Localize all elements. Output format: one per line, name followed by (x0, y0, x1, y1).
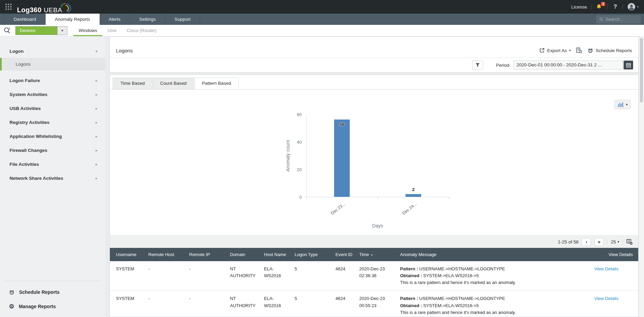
x-axis-tick (378, 197, 378, 199)
logo-arc-icon (60, 2, 71, 14)
cell-username: SYSTEM (116, 296, 134, 301)
column-header-username: Username (110, 248, 146, 261)
tab-count-based[interactable]: Count Based (152, 78, 195, 89)
device-tab-unix[interactable]: Unix (102, 25, 122, 36)
chart-type-selector[interactable]: ▾ (614, 100, 631, 109)
table-row: SYSTEM - - NT AUTHORITY ELA-WS2016 5 462… (110, 291, 639, 317)
report-main-panel: Time BasedCount BasedPattern Based ▾ Ano… (110, 75, 639, 317)
nav-tab-alerts[interactable]: Alerts (100, 14, 130, 25)
gear-icon: ⚙ (9, 303, 14, 310)
bar-plot: Anomaly count Days 020406056Dec 23...2De… (306, 114, 449, 197)
divider (607, 4, 608, 10)
sidebar-item-system-activities[interactable]: System Activities▸ (0, 88, 105, 101)
cell-host-name: ELA-WS2016 (264, 296, 281, 308)
filter-funnel-icon (475, 63, 480, 67)
calendar-button[interactable] (624, 61, 633, 69)
sidebar-item-label: Logon (10, 49, 23, 54)
divider (623, 4, 623, 10)
y-axis-tick-label: 20 (288, 167, 302, 172)
view-details-link[interactable]: View Details (594, 266, 618, 271)
add-column-icon[interactable] (626, 239, 633, 245)
bar-dec-24[interactable] (406, 194, 421, 197)
report-header-panel: Logons Export As ▾ (110, 36, 639, 73)
tab-time-based[interactable]: Time Based (113, 78, 153, 89)
last-page-button[interactable]: » (594, 238, 604, 246)
notifications-button[interactable]: 3 (596, 4, 603, 10)
cell-domain: NT AUTHORITY (230, 296, 255, 308)
cell-remote-ip: - (189, 296, 191, 301)
sidebar-item-logon[interactable]: Logon▾ (0, 44, 105, 58)
y-axis-tick-label: 60 (288, 112, 302, 117)
filter-button[interactable] (472, 61, 483, 69)
column-header-time[interactable]: Time▾ (357, 248, 397, 261)
nav-tab-anomaly-reports[interactable]: Anomaly Reports (46, 14, 100, 25)
global-search[interactable] (596, 15, 641, 23)
notification-count-badge: 3 (601, 2, 606, 6)
export-as-button[interactable]: Export As ▾ (539, 48, 571, 53)
cell-remote-host: - (148, 296, 150, 301)
schedule-reports-button[interactable]: Schedule Reports (588, 48, 632, 53)
app-grid-icon[interactable] (5, 4, 12, 10)
view-details-link[interactable]: View Details (594, 296, 618, 301)
sidebar-item-label: Application Whitelisting (10, 134, 62, 139)
sidebar-subitem-logons[interactable]: Logons (0, 58, 105, 70)
x-axis-tick (449, 197, 449, 199)
bar-chart-icon (617, 102, 624, 107)
devices-dropdown[interactable]: Devices ▾ (15, 26, 67, 35)
bar-dec-23[interactable] (334, 120, 350, 197)
product-logo: Log360 UEBA (17, 0, 74, 14)
vertical-scrollbar[interactable] (639, 36, 644, 317)
search-icon (599, 17, 603, 21)
chevron-right-icon: ▸ (96, 148, 97, 152)
scrollbar-thumb[interactable] (640, 38, 643, 102)
sidebar-item-registry-activities[interactable]: Registry Activities▸ (0, 115, 105, 129)
cell-domain: NT AUTHORITY (230, 266, 255, 278)
chevron-down-icon: ▾ (617, 240, 619, 243)
sidebar-item-label: Firewall Changes (10, 148, 47, 153)
report-sidebar: Logon▾LogonsLogon Failure▸System Activit… (0, 36, 105, 317)
nav-tab-dashboard[interactable]: Dashboard (4, 14, 46, 25)
device-tab-cisco-router[interactable]: Cisco (Router) (122, 25, 162, 36)
report-content: Logons Export As ▾ (110, 36, 639, 317)
divider (591, 4, 592, 10)
sidebar-item-file-activities[interactable]: File Activities▸ (0, 157, 105, 171)
x-axis-category-label: Dec 24... (393, 202, 418, 222)
pagination-range: 1-25 of 58 (558, 239, 579, 244)
sidebar-item-label: File Activities (10, 162, 39, 167)
anomaly-table: UsernameRemote HostRemote IPDomainHost N… (110, 248, 639, 317)
nav-tab-support[interactable]: Support (165, 14, 200, 25)
sidebar-manage-reports[interactable]: ⚙ Manage Reports (0, 299, 105, 314)
calendar-icon (626, 63, 631, 68)
sidebar-item-usb-activities[interactable]: USB Activities▸ (0, 101, 105, 115)
next-page-button[interactable]: › (582, 238, 591, 246)
sidebar-item-logon-failure[interactable]: Logon Failure▸ (0, 74, 105, 87)
alarm-clock-icon (9, 289, 15, 295)
period-range-field[interactable]: 2020-Dec-01 00:00:00 - 2020-Dec-31 2 ... (513, 61, 623, 69)
chevron-right-icon: ▸ (96, 121, 97, 124)
sidebar-footer: Schedule Reports ⚙ Manage Reports (0, 281, 105, 317)
sidebar-item-application-whitelisting[interactable]: Application Whitelisting▸ (0, 129, 105, 143)
nav-tab-settings[interactable]: Settings (130, 14, 165, 25)
column-header-logon-type: Logon Type (292, 248, 333, 261)
chevron-down-icon: ▾ (96, 49, 97, 53)
help-button[interactable]: ? (612, 3, 618, 10)
page-size-dropdown[interactable]: 25 ▾ (611, 239, 619, 244)
chevron-down-icon: ▾ (626, 103, 628, 106)
sidebar-item-label: Logon Failure (10, 78, 40, 83)
divider (623, 239, 623, 245)
search-input[interactable] (606, 17, 638, 22)
export-schedule-icon[interactable] (576, 47, 582, 53)
chevron-right-icon: ▸ (96, 176, 97, 180)
sidebar-item-network-share-activities[interactable]: Network Share Activities▸ (0, 171, 105, 185)
chevron-down-icon: ▾ (57, 27, 67, 35)
user-menu[interactable]: ▾ (627, 3, 639, 11)
device-tab-windows[interactable]: Windows (73, 25, 102, 36)
tab-pattern-based[interactable]: Pattern Based (194, 78, 239, 89)
column-header-remote-host: Remote Host (146, 248, 186, 261)
sidebar-item-firewall-changes[interactable]: Firewall Changes▸ (0, 143, 105, 157)
search-devices-icon[interactable] (3, 27, 11, 34)
cell-time: 2020-Dec-23 00:55:23 (359, 296, 385, 308)
sidebar-schedule-reports[interactable]: Schedule Reports (0, 285, 105, 299)
column-header-event-id: Event ID (333, 248, 357, 261)
license-link[interactable]: License (571, 4, 587, 10)
